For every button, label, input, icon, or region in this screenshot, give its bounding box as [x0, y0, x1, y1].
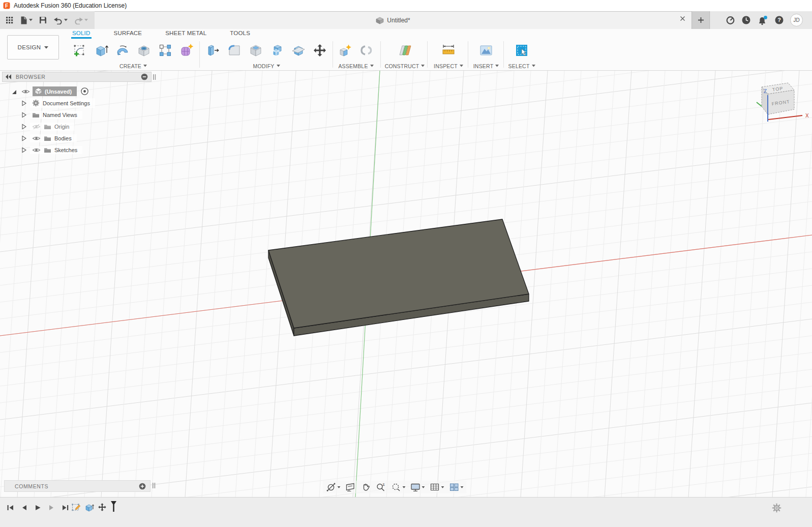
browser-row-sketches[interactable]: Sketches: [2, 144, 152, 156]
create-form-button[interactable]: [179, 42, 194, 59]
group-label-assemble[interactable]: ASSEMBLE: [335, 62, 377, 70]
tab-tools[interactable]: TOOLS: [229, 29, 251, 39]
go-to-end-button[interactable]: [61, 504, 69, 512]
group-label-modify[interactable]: MODIFY: [202, 62, 330, 70]
combine-button[interactable]: [269, 42, 285, 59]
sketch-feature-icon[interactable]: [71, 503, 81, 512]
insert-canvas-button[interactable]: [478, 42, 494, 59]
joint-button[interactable]: [359, 42, 374, 59]
help-button[interactable]: ?: [774, 15, 784, 25]
activate-component-radio-icon[interactable]: [80, 87, 89, 96]
job-status-button[interactable]: [741, 15, 751, 25]
browser-row-origin[interactable]: Origin: [2, 121, 152, 132]
collapsed-caret-icon[interactable]: [20, 100, 27, 107]
browser-row-root[interactable]: (Unsaved): [2, 85, 152, 97]
browser-row-document-settings[interactable]: Document Settings: [2, 97, 152, 109]
viewports-icon: [449, 482, 460, 492]
body-plate-top-face[interactable]: [268, 219, 529, 328]
fillet-button[interactable]: [227, 42, 242, 59]
move-feature-icon[interactable]: [98, 503, 107, 512]
step-back-icon: [21, 504, 27, 511]
avatar[interactable]: JD: [790, 14, 803, 26]
measure-button[interactable]: [441, 42, 456, 59]
move-copy-button[interactable]: [312, 42, 327, 59]
file-menu-button[interactable]: [18, 14, 34, 26]
zoom-button[interactable]: ±: [376, 482, 386, 492]
group-label-insert[interactable]: INSERT: [471, 62, 501, 70]
minimize-panel-icon[interactable]: [141, 73, 148, 80]
viewport[interactable]: BROWSER: [0, 71, 812, 497]
play-button[interactable]: [34, 504, 42, 512]
press-pull-button[interactable]: [205, 42, 221, 59]
comments-bar[interactable]: COMMENTS: [4, 480, 151, 492]
redo-icon: [74, 16, 83, 24]
notifications-button[interactable]: [757, 15, 768, 25]
visibility-off-eye-icon[interactable]: [32, 124, 41, 130]
workspace-label: DESIGN: [18, 44, 41, 50]
select-button[interactable]: [514, 42, 529, 59]
app-grid-button[interactable]: [4, 15, 15, 25]
orbit-button[interactable]: [326, 482, 341, 492]
rectangular-pattern-button[interactable]: [158, 42, 173, 59]
collapsed-caret-icon[interactable]: [20, 123, 27, 130]
split-body-button[interactable]: [291, 42, 306, 59]
group-label-select[interactable]: SELECT: [507, 62, 536, 70]
group-label-text: INSPECT: [434, 63, 458, 69]
new-tab-button[interactable]: [691, 11, 710, 29]
extrude-button[interactable]: [94, 42, 109, 59]
shell-button[interactable]: [248, 42, 263, 59]
revolve-button[interactable]: [115, 42, 130, 59]
document-tab[interactable]: Untitled*: [95, 11, 691, 29]
viewports-button[interactable]: [449, 482, 464, 492]
go-to-start-button[interactable]: [6, 504, 14, 512]
extensions-button[interactable]: [726, 15, 735, 25]
add-comment-icon[interactable]: [139, 483, 146, 490]
fillet-icon: [227, 43, 242, 57]
view-cube[interactable]: TOP FRONT Z X: [741, 79, 812, 134]
panel-grip[interactable]: [153, 483, 156, 488]
collapse-panel-icon[interactable]: [6, 74, 12, 79]
tab-solid[interactable]: SOLID: [71, 29, 92, 39]
root-component[interactable]: (Unsaved): [33, 86, 77, 96]
collapsed-caret-icon[interactable]: [20, 147, 27, 154]
look-at-button[interactable]: [345, 482, 356, 492]
save-button[interactable]: [37, 14, 49, 26]
tab-surface[interactable]: SURFACE: [113, 29, 143, 39]
group-label-create[interactable]: CREATE: [69, 62, 197, 70]
close-tab-button[interactable]: [680, 16, 685, 21]
group-label-construct[interactable]: CONSTRUCT: [384, 62, 425, 70]
construct-plane-button[interactable]: [397, 42, 412, 59]
zoom-window-button[interactable]: [391, 482, 406, 492]
display-settings-button[interactable]: [410, 482, 425, 492]
extrude-feature-icon[interactable]: [84, 503, 94, 512]
timeline-settings-button[interactable]: [772, 503, 781, 513]
collapsed-caret-icon[interactable]: [20, 111, 27, 119]
timeline-playhead[interactable]: [110, 501, 117, 513]
expanded-caret-icon[interactable]: [10, 88, 17, 95]
visibility-eye-icon[interactable]: [21, 89, 30, 95]
browser-row-bodies[interactable]: Bodies: [2, 132, 152, 144]
step-forward-button[interactable]: [47, 504, 55, 512]
undo-button[interactable]: [52, 15, 69, 26]
visibility-eye-icon[interactable]: [32, 147, 41, 153]
grid-snaps-button[interactable]: [430, 482, 444, 492]
browser-header[interactable]: BROWSER: [2, 72, 152, 82]
new-component-button[interactable]: [338, 42, 353, 59]
browser-row-named-views[interactable]: Named Views: [2, 109, 152, 121]
group-label-text: INSERT: [473, 63, 494, 69]
pan-button[interactable]: [360, 482, 371, 492]
step-back-button[interactable]: [20, 504, 28, 512]
tab-sheet-metal[interactable]: SHEET METAL: [164, 29, 207, 39]
chevron-down-icon: [143, 65, 147, 67]
browser-item-label: Sketches: [54, 147, 77, 153]
redo-button[interactable]: [72, 15, 89, 26]
create-sketch-button[interactable]: [72, 42, 87, 59]
group-label-inspect[interactable]: INSPECT: [431, 62, 466, 70]
panel-grip[interactable]: [153, 74, 156, 80]
collapsed-caret-icon[interactable]: [20, 135, 27, 142]
ribbon-group-create: CREATE: [69, 39, 197, 70]
hole-button[interactable]: [136, 42, 152, 59]
workspace-selector[interactable]: DESIGN: [7, 35, 59, 60]
body-plate[interactable]: [268, 219, 529, 336]
visibility-eye-icon[interactable]: [32, 135, 41, 141]
